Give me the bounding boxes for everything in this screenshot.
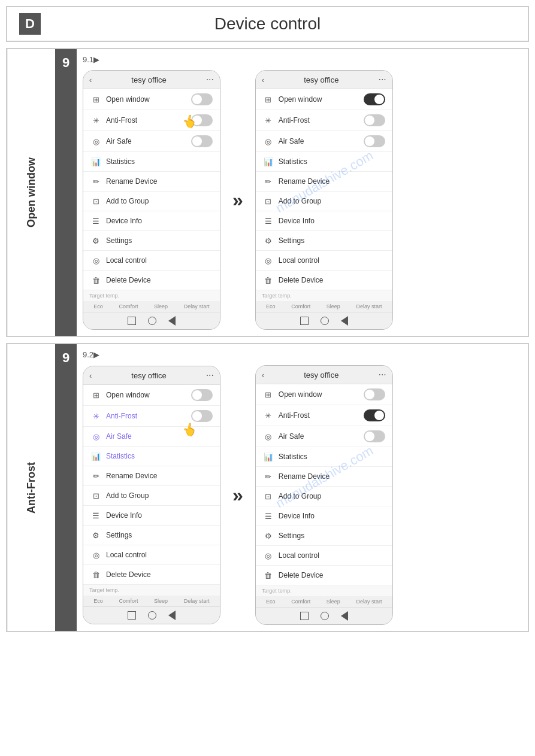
menu-item-add-group[interactable]: ⊡ Add to Group — [83, 192, 220, 211]
back-button-after-1[interactable] — [341, 316, 348, 326]
open-window-label-after-2: Open window — [279, 390, 364, 399]
menu-item-settings[interactable]: ⚙ Settings — [83, 231, 220, 251]
local-control-label-after-2: Local control — [279, 551, 385, 560]
menu-item-rename-after-2[interactable]: ✏ Rename Device — [256, 467, 392, 487]
phone-dots-1[interactable]: ··· — [206, 74, 214, 85]
settings-label-2: Settings — [106, 531, 213, 539]
menu-item-local-control-after[interactable]: ◎ Local control — [256, 251, 392, 271]
menu-item-delete[interactable]: 🗑 Delete Device — [83, 271, 220, 290]
menu-item-local-control[interactable]: ◎ Local control — [83, 251, 220, 271]
anti-frost-toggle-2[interactable] — [191, 410, 213, 422]
menu-item-open-window-after[interactable]: ⊞ Open window — [256, 89, 392, 110]
air-safe-toggle-after-2[interactable] — [364, 430, 385, 442]
add-group-label-after-2: Add to Group — [279, 492, 385, 500]
menu-item-anti-frost-after[interactable]: ✳ Anti-Frost — [256, 110, 392, 131]
phone-dots-after-1[interactable]: ··· — [378, 74, 386, 85]
anti-frost-icon-after-2: ✳ — [263, 410, 274, 421]
menu-item-device-info-after[interactable]: ☰ Device Info — [256, 211, 392, 231]
phone-back-2[interactable]: ‹ — [89, 371, 92, 380]
menu-item-local-control-2[interactable]: ◎ Local control — [83, 545, 220, 565]
air-safe-toggle-after[interactable] — [364, 135, 385, 147]
menu-item-air-safe-after[interactable]: ◎ Air Safe — [256, 131, 392, 152]
menu-item-open-window-2[interactable]: ⊞ Open window — [83, 385, 220, 406]
phone-back-1[interactable]: ‹ — [89, 75, 92, 84]
section-label-col-1: Open window — [7, 49, 55, 336]
menu-item-statistics-2[interactable]: 📊 Statistics — [83, 447, 220, 466]
menu-item-anti-frost-after-2[interactable]: ✳ Anti-Frost — [256, 405, 392, 426]
menu-item-statistics-after-2[interactable]: 📊 Statistics — [256, 447, 392, 467]
menu-item-anti-frost-2[interactable]: ✳ Anti-Frost — [83, 406, 220, 427]
local-control-icon: ◎ — [90, 255, 101, 266]
menu-item-air-safe[interactable]: ◎ Air Safe — [83, 131, 220, 152]
home-button-after-1[interactable] — [321, 317, 329, 325]
section-label-text-2: Anti-Frost — [25, 462, 38, 514]
menu-item-settings-after[interactable]: ⚙ Settings — [256, 231, 392, 251]
open-window-toggle-after[interactable] — [364, 93, 385, 105]
phone-bottom-1 — [83, 312, 220, 329]
anti-frost-icon-after: ✳ — [263, 115, 274, 126]
menu-item-device-info-after-2[interactable]: ☰ Device Info — [256, 506, 392, 526]
open-window-toggle-2[interactable] — [191, 389, 213, 401]
stop-button-2[interactable] — [128, 611, 136, 620]
back-button-2[interactable] — [168, 611, 176, 620]
menu-item-air-safe-2[interactable]: ◎ Air Safe — [83, 427, 220, 447]
home-button-1[interactable] — [148, 317, 156, 325]
delete-label-after-2: Delete Device — [279, 571, 385, 579]
menu-item-open-window[interactable]: ⊞ Open window — [83, 89, 220, 110]
air-safe-toggle[interactable] — [191, 135, 213, 147]
menu-item-rename-after[interactable]: ✏ Rename Device — [256, 172, 392, 192]
menu-item-add-group-after-2[interactable]: ⊡ Add to Group — [256, 487, 392, 506]
stop-button-after-1[interactable] — [300, 317, 309, 325]
section-label-text-1: Open window — [25, 157, 38, 227]
menu-item-add-group-2[interactable]: ⊡ Add to Group — [83, 486, 220, 506]
back-button-after-2[interactable] — [341, 611, 348, 621]
phone-header-after-2: ‹ tesy office ··· — [256, 366, 392, 384]
back-button-1[interactable] — [168, 316, 176, 326]
menu-item-delete-after[interactable]: 🗑 Delete Device — [256, 271, 392, 290]
device-info-icon-2: ☰ — [90, 510, 101, 521]
phone-dots-after-2[interactable]: ··· — [378, 369, 386, 380]
menu-item-statistics-after[interactable]: 📊 Statistics — [256, 152, 392, 172]
open-window-toggle-after-2[interactable] — [364, 388, 385, 400]
phone-back-after-1[interactable]: ‹ — [262, 75, 264, 84]
local-control-label: Local control — [106, 256, 213, 265]
phone-back-after-2[interactable]: ‹ — [262, 371, 264, 379]
statistics-label-after-2: Statistics — [279, 453, 385, 461]
menu-item-rename[interactable]: ✏ Rename Device — [83, 172, 220, 192]
menu-item-rename-2[interactable]: ✏ Rename Device — [83, 466, 220, 486]
local-control-label-after: Local control — [279, 256, 385, 265]
menu-item-device-info[interactable]: ☰ Device Info — [83, 211, 220, 231]
open-window-label: Open window — [106, 95, 191, 104]
open-window-toggle[interactable] — [191, 93, 213, 105]
menu-item-delete-2[interactable]: 🗑 Delete Device — [83, 565, 220, 585]
menu-item-anti-frost[interactable]: ✳ Anti-Frost — [83, 110, 220, 131]
menu-item-settings-after-2[interactable]: ⚙ Settings — [256, 526, 392, 546]
phone-target-temp-after-2: Target temp. — [256, 585, 392, 596]
stop-button-after-2[interactable] — [300, 612, 309, 620]
phone-menu-after-1: ⊞ Open window ✳ Anti-Frost ◎ Air Safe — [256, 89, 392, 290]
anti-frost-icon-2: ✳ — [90, 411, 101, 421]
menu-item-statistics[interactable]: 📊 Statistics — [83, 152, 220, 172]
menu-item-delete-after-2[interactable]: 🗑 Delete Device — [256, 566, 392, 585]
home-button-after-2[interactable] — [321, 612, 329, 620]
phone-dots-2[interactable]: ··· — [206, 370, 214, 381]
menu-item-air-safe-after-2[interactable]: ◎ Air Safe — [256, 426, 392, 447]
stop-button-1[interactable] — [128, 317, 136, 325]
add-group-icon-after: ⊡ — [263, 196, 274, 207]
anti-frost-toggle-after[interactable] — [364, 114, 385, 126]
section-9-2: 9 9.2▶ ‹ tesy office ··· ⊞ Open window — [6, 343, 529, 632]
menu-item-add-group-after[interactable]: ⊡ Add to Group — [256, 192, 392, 211]
anti-frost-toggle-after-2[interactable] — [364, 409, 385, 421]
air-safe-icon-after: ◎ — [263, 136, 274, 147]
menu-item-settings-2[interactable]: ⚙ Settings — [83, 526, 220, 545]
statistics-icon: 📊 — [90, 156, 101, 167]
home-button-2[interactable] — [148, 611, 156, 620]
menu-item-local-control-after-2[interactable]: ◎ Local control — [256, 546, 392, 566]
open-window-label-2: Open window — [106, 391, 191, 399]
menu-item-open-window-after-2[interactable]: ⊞ Open window — [256, 384, 392, 405]
air-safe-label-2: Air Safe — [106, 432, 213, 441]
menu-item-device-info-2[interactable]: ☰ Device Info — [83, 506, 220, 526]
settings-label: Settings — [106, 236, 213, 245]
air-safe-icon: ◎ — [90, 136, 101, 147]
delete-icon-after-2: 🗑 — [263, 570, 274, 581]
